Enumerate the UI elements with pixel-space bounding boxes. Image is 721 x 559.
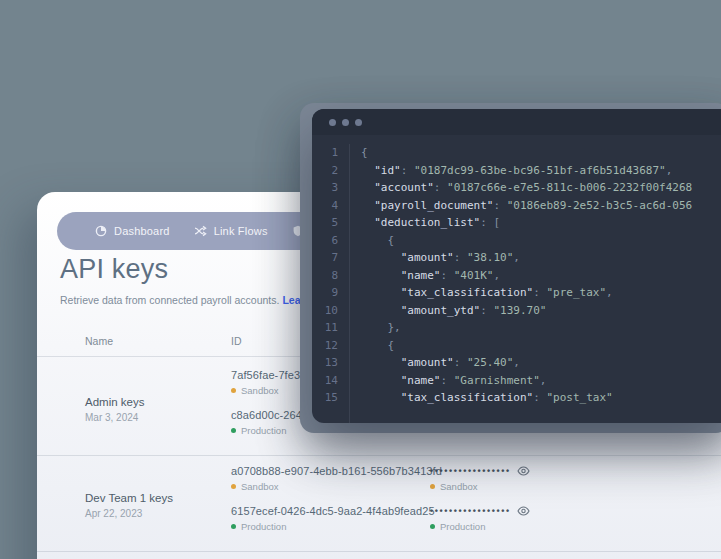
code-window: 123456789101112131415 { "id": "0187dc99-…: [312, 109, 721, 423]
line-number: 13: [312, 354, 338, 372]
line-number: 2: [312, 162, 338, 180]
window-control-dot[interactable]: [355, 119, 362, 126]
environment-label: Production: [241, 425, 286, 436]
environment-dot: [430, 524, 435, 529]
link-flows-icon: [194, 225, 207, 237]
line-number: 12: [312, 337, 338, 355]
code-content: { "id": "0187dc99-63be-bc96-51bf-af6b51d…: [350, 144, 721, 423]
environment-badge: Sandbox: [231, 481, 430, 492]
code-line: "account": "0187c66e-e7e5-811c-b006-2232…: [361, 179, 721, 197]
api-key-id: a0708b88-e907-4ebb-b161-556b7b3413fd: [231, 465, 430, 477]
code-line: "deduction_list": [: [361, 214, 721, 232]
code-line: {: [361, 337, 721, 355]
line-number: 11: [312, 319, 338, 337]
nav-item-link-flows[interactable]: Link Flows: [194, 225, 268, 237]
api-key-id-entry: a0708b88-e907-4ebb-b161-556b7b3413fdSand…: [231, 465, 430, 492]
environment-dot: [430, 484, 435, 489]
code-line: "id": "0187dc99-63be-bc96-51bf-af6b51d43…: [361, 162, 721, 180]
environment-label: Sandbox: [241, 481, 279, 492]
environment-label: Sandbox: [440, 481, 478, 492]
code-editor[interactable]: 123456789101112131415 { "id": "0187dc99-…: [312, 135, 721, 423]
column-header-name: Name: [85, 335, 231, 347]
code-line: "tax_classification": "post_tax": [361, 389, 721, 407]
nav-item-dashboard[interactable]: Dashboard: [95, 225, 170, 237]
api-key-row: Dev Team 1 keysApr 22, 2023a0708b88-e907…: [37, 455, 721, 551]
code-line: "tax_classification": "pre_tax",: [361, 284, 721, 302]
key-set-name: Dev Team 1 keys: [85, 492, 231, 504]
code-line: "payroll_document": "0186eb89-2e52-b3c5-…: [361, 197, 721, 215]
page-header: API keys Retrieve data from connected pa…: [60, 254, 340, 306]
page-title: API keys: [60, 254, 340, 285]
line-number: 9: [312, 284, 338, 302]
masked-secret: •••••••••••••••••: [430, 465, 511, 477]
stage: DashboardLink FlowsConnections API keys …: [0, 0, 721, 559]
code-line: "amount_ytd": "139.70": [361, 302, 721, 320]
api-key-id-entry: 6157ecef-0426-4dc5-9aa2-4f4ab9fead25Prod…: [231, 505, 430, 532]
environment-dot: [231, 428, 236, 433]
code-line: {: [361, 232, 721, 250]
line-number: 1: [312, 144, 338, 162]
page-subtitle: Retrieve data from connected payroll acc…: [60, 294, 279, 306]
code-line: "amount": "38.10",: [361, 249, 721, 267]
line-number: 10: [312, 302, 338, 320]
line-number: 8: [312, 267, 338, 285]
environment-dot: [231, 388, 236, 393]
window-control-dot[interactable]: [342, 119, 349, 126]
environment-label: Production: [440, 521, 485, 532]
line-number-gutter: 123456789101112131415: [312, 144, 350, 423]
environment-dot: [231, 484, 236, 489]
line-number: 15: [312, 389, 338, 407]
environment-badge: Sandbox: [430, 481, 721, 492]
api-key-secret-entry: •••••••••••••••••Sandbox: [430, 465, 721, 492]
line-number: 7: [312, 249, 338, 267]
line-number: 3: [312, 179, 338, 197]
line-number: 14: [312, 372, 338, 390]
nav-item-label: Dashboard: [114, 225, 170, 237]
eye-icon[interactable]: [517, 466, 530, 476]
code-line: "name": "Garnishment",: [361, 372, 721, 390]
environment-label: Sandbox: [241, 385, 279, 396]
code-line: "name": "401K",: [361, 267, 721, 285]
line-number: 5: [312, 214, 338, 232]
environment-dot: [231, 524, 236, 529]
key-set-name: Admin keys: [85, 396, 231, 408]
eye-icon[interactable]: [517, 506, 530, 516]
key-set-date: Mar 3, 2024: [85, 412, 231, 423]
api-key-id: 6157ecef-0426-4dc5-9aa2-4f4ab9fead25: [231, 505, 430, 517]
environment-badge: Production: [231, 521, 430, 532]
code-line: },: [361, 319, 721, 337]
environment-label: Production: [241, 521, 286, 532]
key-set-date: Apr 22, 2023: [85, 508, 231, 519]
dashboard-icon: [95, 225, 107, 237]
nav-item-label: Link Flows: [214, 225, 268, 237]
window-control-dot[interactable]: [329, 119, 336, 126]
code-line: "amount": "25.40",: [361, 354, 721, 372]
environment-badge: Production: [430, 521, 721, 532]
api-key-secret-entry: •••••••••••••••••Production: [430, 505, 721, 532]
line-number: 4: [312, 197, 338, 215]
masked-secret: •••••••••••••••••: [430, 505, 511, 517]
line-number: 6: [312, 232, 338, 250]
code-line: {: [361, 144, 721, 162]
code-window-titlebar: [312, 109, 721, 135]
api-key-row: Dev Team 2 keysMar 3, 2023f69375c0-bbf0-…: [37, 551, 721, 559]
